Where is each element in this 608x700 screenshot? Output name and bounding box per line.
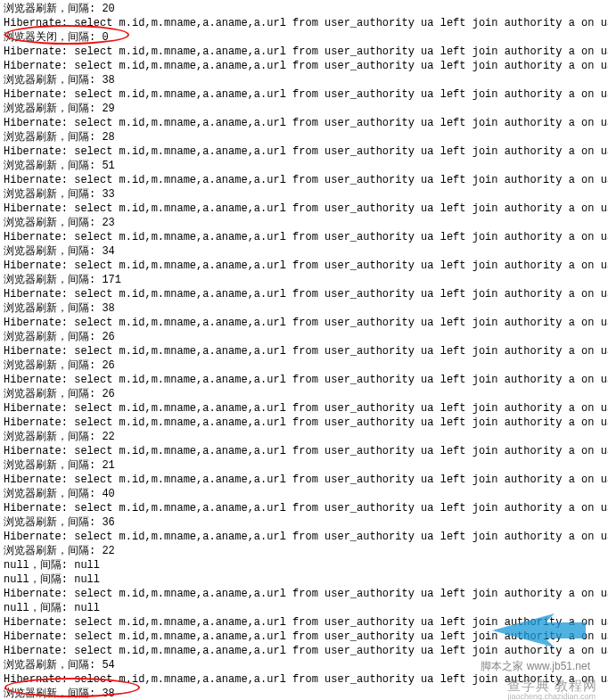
log-line: Hibernate: select m.id,m.mname,a.aname,a… (4, 530, 604, 544)
log-line: null，间隔: null (4, 558, 604, 572)
log-line: null，间隔: null (4, 601, 604, 615)
log-line: 浏览器刷新，间隔: 29 (4, 102, 604, 116)
log-line: Hibernate: select m.id,m.mname,a.aname,a… (4, 316, 604, 330)
log-line: 浏览器刷新，间隔: 51 (4, 159, 604, 173)
log-line: 浏览器刷新，间隔: 28 (4, 130, 604, 144)
log-line: 浏览器刷新，间隔: 36 (4, 515, 604, 530)
log-line: Hibernate: select m.id,m.mname,a.aname,a… (4, 473, 604, 487)
log-line: null，间隔: null (4, 572, 604, 587)
log-line: Hibernate: select m.id,m.mname,a.aname,a… (4, 373, 604, 387)
log-line: Hibernate: select m.id,m.mname,a.aname,a… (4, 287, 604, 301)
log-line: Hibernate: select m.id,m.mname,a.aname,a… (4, 501, 604, 515)
log-line: Hibernate: select m.id,m.mname,a.aname,a… (4, 144, 604, 159)
log-line: 浏览器刷新，间隔: 26 (4, 330, 604, 344)
log-line: 浏览器刷新，间隔: 54 (4, 658, 604, 672)
log-line: Hibernate: select m.id,m.mname,a.aname,a… (4, 344, 604, 358)
log-line: Hibernate: select m.id,m.mname,a.aname,a… (4, 644, 604, 658)
log-line: 浏览器刷新，间隔: 34 (4, 244, 604, 259)
log-line: 浏览器刷新，间隔: 171 (4, 273, 604, 287)
log-output: 浏览器刷新，间隔: 20Hibernate: select m.id,m.mna… (0, 0, 608, 700)
log-line: 浏览器刷新，间隔: 21 (4, 458, 604, 473)
log-line: Hibernate: select m.id,m.mname,a.aname,a… (4, 45, 604, 59)
log-line: 浏览器刷新，间隔: 22 (4, 430, 604, 444)
log-line: 浏览器刷新，间隔: 38 (4, 687, 604, 700)
log-line: Hibernate: select m.id,m.mname,a.aname,a… (4, 259, 604, 273)
log-line: 浏览器刷新，间隔: 38 (4, 73, 604, 87)
log-line: 浏览器刷新，间隔: 23 (4, 216, 604, 230)
log-line: Hibernate: select m.id,m.mname,a.aname,a… (4, 16, 604, 30)
log-line: Hibernate: select m.id,m.mname,a.aname,a… (4, 416, 604, 430)
log-line: 浏览器刷新，间隔: 26 (4, 358, 604, 373)
log-line: 浏览器关闭，间隔: 0 (4, 30, 604, 45)
log-line: Hibernate: select m.id,m.mname,a.aname,a… (4, 59, 604, 73)
log-line: 浏览器刷新，间隔: 20 (4, 2, 604, 16)
log-line: Hibernate: select m.id,m.mname,a.aname,a… (4, 202, 604, 216)
log-line: Hibernate: select m.id,m.mname,a.aname,a… (4, 444, 604, 458)
log-line: Hibernate: select m.id,m.mname,a.aname,a… (4, 587, 604, 601)
log-line: Hibernate: select m.id,m.mname,a.aname,a… (4, 173, 604, 187)
log-line: Hibernate: select m.id,m.mname,a.aname,a… (4, 401, 604, 416)
log-line: Hibernate: select m.id,m.mname,a.aname,a… (4, 615, 604, 630)
log-line: 浏览器刷新，间隔: 33 (4, 187, 604, 202)
log-line: 浏览器刷新，间隔: 26 (4, 387, 604, 401)
log-line: 浏览器刷新，间隔: 40 (4, 487, 604, 501)
log-line: Hibernate: select m.id,m.mname,a.aname,a… (4, 672, 604, 687)
log-line: 浏览器刷新，间隔: 22 (4, 544, 604, 558)
log-line: Hibernate: select m.id,m.mname,a.aname,a… (4, 87, 604, 102)
log-line: 浏览器刷新，间隔: 38 (4, 301, 604, 316)
log-line: Hibernate: select m.id,m.mname,a.aname,a… (4, 230, 604, 244)
log-line: Hibernate: select m.id,m.mname,a.aname,a… (4, 630, 604, 644)
log-line: Hibernate: select m.id,m.mname,a.aname,a… (4, 116, 604, 130)
